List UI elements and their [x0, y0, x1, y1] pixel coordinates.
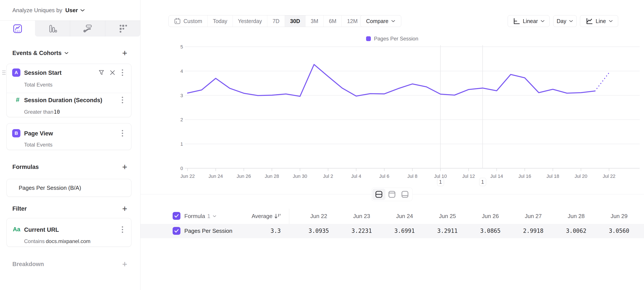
scale-dropdown[interactable]: Linear	[508, 15, 550, 27]
range-7d[interactable]: 7D	[267, 16, 285, 27]
card-divider	[7, 93, 131, 93]
event-letter-badge[interactable]: B	[12, 129, 20, 137]
filter-operator[interactable]: Contains	[24, 238, 45, 244]
event-metric[interactable]: Total Events	[24, 142, 52, 148]
legend-label: Pages Per Session	[374, 36, 418, 42]
cell-value: 3.0560	[598, 228, 640, 234]
range-today[interactable]: Today	[207, 16, 232, 27]
formula-card[interactable]: Pages Per Session (B/A)	[6, 179, 131, 197]
close-icon[interactable]	[110, 70, 116, 76]
legend-item[interactable]: Pages Per Session	[366, 36, 418, 42]
filter-icon[interactable]	[98, 69, 105, 76]
range-30d[interactable]: 30D	[285, 16, 305, 27]
average-column-header[interactable]: Average	[227, 213, 281, 220]
check-icon	[174, 214, 179, 218]
add-filter-button[interactable]: +	[122, 204, 127, 213]
event-letter-badge[interactable]: A	[12, 69, 20, 77]
select-all-checkbox[interactable]	[172, 212, 180, 220]
table-header-row: Formula 1 Average Jun 22Jun 23Jun 24Jun …	[140, 210, 644, 223]
filter-heading: Filter	[12, 205, 27, 212]
insights-icon	[12, 24, 22, 34]
svg-text:Jun 22: Jun 22	[180, 173, 195, 179]
range-12m[interactable]: 12M	[342, 16, 363, 27]
kebab-menu-icon[interactable]	[121, 226, 124, 233]
date-column-header[interactable]: Jun 28	[555, 213, 598, 220]
date-column-header[interactable]: Jun 22	[297, 213, 340, 220]
bottom-panel-icon	[401, 190, 409, 198]
report-type-tabs	[0, 21, 140, 37]
property-name[interactable]: Session Duration (Seconds)	[24, 97, 102, 104]
add-event-button[interactable]: +	[122, 49, 127, 57]
analyze-by-dropdown[interactable]: User	[65, 7, 85, 14]
events-cohorts-heading-row: Events & Cohorts +	[12, 48, 127, 58]
breakdown-heading-row: Breakdown +	[12, 260, 127, 268]
split-view-button[interactable]	[372, 189, 386, 200]
date-column-header[interactable]: Jun 25	[426, 213, 469, 220]
event-card-page-view: B Page View Total Events	[6, 123, 131, 150]
property-operator[interactable]: Greater than	[24, 109, 54, 115]
chart-type-dropdown[interactable]: Line	[580, 15, 618, 27]
events-cohorts-heading[interactable]: Events & Cohorts	[12, 50, 68, 57]
range-custom[interactable]: Custom	[169, 16, 207, 27]
chart-only-view-button[interactable]	[386, 189, 398, 200]
event-metric[interactable]: Total Events	[24, 82, 52, 88]
svg-text:Jul 14: Jul 14	[490, 173, 503, 179]
tab-insights[interactable]	[0, 21, 35, 37]
filter-property-name[interactable]: Current URL	[24, 226, 59, 233]
range-yesterday[interactable]: Yesterday	[232, 16, 267, 27]
add-formula-button[interactable]: +	[122, 163, 127, 171]
cell-value: 3.0865	[469, 228, 512, 234]
annotation-badge[interactable]: 1	[437, 178, 444, 186]
filter-value[interactable]: docs.mixpanel.com	[46, 238, 90, 244]
flows-icon	[83, 24, 93, 34]
compare-button[interactable]: Compare	[360, 15, 401, 27]
row-checkbox[interactable]	[172, 227, 180, 235]
interval-dropdown[interactable]: Day	[553, 15, 577, 27]
chevron-down-icon	[608, 20, 613, 22]
series-selector-dropdown[interactable]: Formula 1	[184, 213, 216, 220]
svg-text:Jun 24: Jun 24	[208, 173, 223, 179]
date-column-header[interactable]: Jun 29	[598, 213, 640, 220]
date-column-header[interactable]: Jun 27	[512, 213, 555, 220]
tab-retention[interactable]	[105, 21, 140, 37]
annotation-badge[interactable]: 1	[479, 178, 486, 186]
svg-text:5: 5	[180, 44, 183, 50]
kebab-menu-icon[interactable]	[121, 69, 124, 77]
table-only-view-button[interactable]	[398, 189, 412, 200]
scale-label: Linear	[523, 18, 538, 24]
mixpanel-insights-app: Analyze Uniques by User	[0, 0, 644, 290]
formulas-heading: Formulas	[12, 164, 39, 170]
cell-value: 3.0062	[555, 228, 598, 234]
sort-descending-icon	[274, 213, 281, 219]
date-column-header[interactable]: Jun 24	[383, 213, 426, 220]
date-column-header[interactable]: Jun 26	[469, 213, 512, 220]
svg-text:2: 2	[180, 117, 183, 122]
kebab-menu-icon[interactable]	[121, 96, 124, 104]
series-count: 1	[207, 213, 210, 220]
analyze-uniques-label: Analyze Uniques by	[12, 7, 62, 14]
split-view-icon	[375, 190, 383, 198]
property-value[interactable]: 10	[54, 109, 60, 115]
chevron-down-icon	[569, 20, 573, 22]
cell-value: 3.2911	[426, 228, 469, 234]
svg-text:4: 4	[180, 69, 183, 74]
event-name[interactable]: Session Start	[24, 70, 62, 76]
line-chart[interactable]: 012345Jun 22Jun 24Jun 26Jun 28Jun 30Jul …	[140, 41, 644, 187]
kebab-menu-icon[interactable]	[121, 129, 124, 137]
add-breakdown-button[interactable]: +	[122, 260, 127, 268]
date-range-segment: CustomTodayYesterday7D30D3M6M12M	[168, 15, 363, 27]
range-3m[interactable]: 3M	[305, 16, 324, 27]
tab-funnels[interactable]	[35, 21, 70, 37]
svg-text:Jun 26: Jun 26	[237, 173, 251, 179]
table-row[interactable]: Pages Per Session 3.3 3.09353.22313.6991…	[140, 224, 644, 238]
event-name[interactable]: Page View	[24, 130, 53, 137]
row-series-name: Pages Per Session	[184, 228, 232, 234]
range-6m[interactable]: 6M	[324, 16, 342, 27]
svg-text:Jul 6: Jul 6	[379, 173, 389, 179]
tab-flows[interactable]	[70, 21, 105, 37]
date-column-header[interactable]: Jun 23	[340, 213, 383, 220]
cell-value: 3.2231	[340, 228, 383, 234]
svg-text:Jul 4: Jul 4	[351, 173, 361, 179]
drag-handle-icon[interactable]	[2, 71, 6, 75]
line-chart-icon	[585, 17, 593, 25]
